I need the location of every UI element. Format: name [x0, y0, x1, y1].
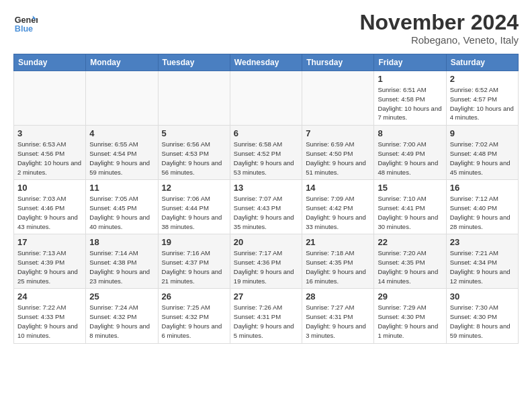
day-info: Sunrise: 7:14 AM Sunset: 4:38 PM Dayligh…: [89, 248, 154, 285]
day-number: 22: [378, 237, 442, 247]
page: General Blue November 2024 Robegano, Ven…: [0, 0, 532, 351]
logo: General Blue: [13, 11, 38, 35]
calendar-cell: 26Sunrise: 7:25 AM Sunset: 4:32 PM Dayli…: [158, 289, 230, 343]
day-info: Sunrise: 7:00 AM Sunset: 4:49 PM Dayligh…: [378, 140, 442, 177]
calendar-cell: 12Sunrise: 7:06 AM Sunset: 4:44 PM Dayli…: [158, 180, 230, 234]
header: General Blue November 2024 Robegano, Ven…: [13, 11, 519, 46]
header-row: Sunday Monday Tuesday Wednesday Thursday…: [14, 54, 519, 71]
day-number: 15: [378, 183, 442, 193]
calendar-cell: 29Sunrise: 7:29 AM Sunset: 4:30 PM Dayli…: [374, 289, 446, 343]
day-info: Sunrise: 7:07 AM Sunset: 4:43 PM Dayligh…: [234, 194, 298, 231]
col-tuesday: Tuesday: [158, 54, 230, 71]
day-info: Sunrise: 7:09 AM Sunset: 4:42 PM Dayligh…: [306, 194, 370, 231]
day-info: Sunrise: 7:30 AM Sunset: 4:30 PM Dayligh…: [450, 303, 515, 340]
calendar-cell: [86, 71, 158, 126]
day-info: Sunrise: 6:51 AM Sunset: 4:58 PM Dayligh…: [378, 85, 442, 122]
calendar-cell: 30Sunrise: 7:30 AM Sunset: 4:30 PM Dayli…: [446, 289, 518, 343]
calendar-cell: 15Sunrise: 7:10 AM Sunset: 4:41 PM Dayli…: [374, 180, 446, 234]
calendar-cell: [14, 71, 86, 126]
day-info: Sunrise: 7:18 AM Sunset: 4:35 PM Dayligh…: [306, 248, 370, 285]
calendar-cell: 4Sunrise: 6:55 AM Sunset: 4:54 PM Daylig…: [86, 126, 158, 180]
day-number: 28: [306, 291, 370, 302]
col-monday: Monday: [86, 54, 158, 71]
day-info: Sunrise: 7:21 AM Sunset: 4:34 PM Dayligh…: [450, 248, 515, 285]
day-number: 21: [306, 237, 370, 247]
day-number: 9: [450, 128, 515, 138]
day-number: 24: [17, 291, 82, 302]
day-info: Sunrise: 7:26 AM Sunset: 4:31 PM Dayligh…: [234, 303, 298, 340]
day-number: 23: [450, 237, 515, 247]
calendar-cell: 21Sunrise: 7:18 AM Sunset: 4:35 PM Dayli…: [302, 234, 374, 289]
day-number: 8: [378, 128, 442, 138]
day-number: 19: [162, 237, 226, 247]
day-number: 12: [162, 183, 226, 193]
day-info: Sunrise: 7:29 AM Sunset: 4:30 PM Dayligh…: [378, 303, 442, 340]
day-info: Sunrise: 7:13 AM Sunset: 4:39 PM Dayligh…: [17, 248, 82, 285]
day-info: Sunrise: 7:17 AM Sunset: 4:36 PM Dayligh…: [234, 248, 298, 285]
calendar-cell: 18Sunrise: 7:14 AM Sunset: 4:38 PM Dayli…: [86, 234, 158, 289]
day-info: Sunrise: 7:25 AM Sunset: 4:32 PM Dayligh…: [162, 303, 226, 340]
day-number: 30: [450, 291, 515, 302]
day-number: 26: [162, 291, 226, 302]
calendar-cell: 5Sunrise: 6:56 AM Sunset: 4:53 PM Daylig…: [158, 126, 230, 180]
day-info: Sunrise: 7:20 AM Sunset: 4:35 PM Dayligh…: [378, 248, 442, 285]
col-saturday: Saturday: [446, 54, 518, 71]
day-number: 5: [162, 128, 226, 138]
col-friday: Friday: [374, 54, 446, 71]
logo-icon: General Blue: [13, 11, 38, 35]
calendar-header: Sunday Monday Tuesday Wednesday Thursday…: [14, 54, 519, 71]
calendar-cell: 2Sunrise: 6:52 AM Sunset: 4:57 PM Daylig…: [446, 71, 518, 126]
calendar-cell: [230, 71, 302, 126]
calendar-cell: 14Sunrise: 7:09 AM Sunset: 4:42 PM Dayli…: [302, 180, 374, 234]
day-info: Sunrise: 7:27 AM Sunset: 4:31 PM Dayligh…: [306, 303, 370, 340]
col-thursday: Thursday: [302, 54, 374, 71]
day-info: Sunrise: 7:22 AM Sunset: 4:33 PM Dayligh…: [17, 303, 82, 340]
day-info: Sunrise: 7:16 AM Sunset: 4:37 PM Dayligh…: [162, 248, 226, 285]
calendar-body: 1Sunrise: 6:51 AM Sunset: 4:58 PM Daylig…: [14, 71, 519, 343]
calendar-week-5: 24Sunrise: 7:22 AM Sunset: 4:33 PM Dayli…: [14, 289, 519, 343]
day-number: 20: [234, 237, 298, 247]
day-info: Sunrise: 6:59 AM Sunset: 4:50 PM Dayligh…: [306, 140, 370, 177]
calendar-cell: 20Sunrise: 7:17 AM Sunset: 4:36 PM Dayli…: [230, 234, 302, 289]
calendar-cell: 8Sunrise: 7:00 AM Sunset: 4:49 PM Daylig…: [374, 126, 446, 180]
calendar-cell: 27Sunrise: 7:26 AM Sunset: 4:31 PM Dayli…: [230, 289, 302, 343]
calendar-cell: 25Sunrise: 7:24 AM Sunset: 4:32 PM Dayli…: [86, 289, 158, 343]
day-number: 25: [89, 291, 154, 302]
day-info: Sunrise: 7:10 AM Sunset: 4:41 PM Dayligh…: [378, 194, 442, 231]
col-wednesday: Wednesday: [230, 54, 302, 71]
day-info: Sunrise: 7:05 AM Sunset: 4:45 PM Dayligh…: [89, 194, 154, 231]
calendar-week-2: 3Sunrise: 6:53 AM Sunset: 4:56 PM Daylig…: [14, 126, 519, 180]
day-number: 27: [234, 291, 298, 302]
title-area: November 2024 Robegano, Veneto, Italy: [359, 11, 519, 46]
month-title: November 2024: [359, 11, 519, 34]
day-number: 17: [17, 237, 82, 247]
calendar-cell: [302, 71, 374, 126]
day-info: Sunrise: 7:24 AM Sunset: 4:32 PM Dayligh…: [89, 303, 154, 340]
day-number: 4: [89, 128, 154, 138]
day-info: Sunrise: 6:55 AM Sunset: 4:54 PM Dayligh…: [89, 140, 154, 177]
day-info: Sunrise: 7:03 AM Sunset: 4:46 PM Dayligh…: [17, 194, 82, 231]
day-info: Sunrise: 6:53 AM Sunset: 4:56 PM Dayligh…: [17, 140, 82, 177]
calendar-cell: 13Sunrise: 7:07 AM Sunset: 4:43 PM Dayli…: [230, 180, 302, 234]
day-number: 10: [17, 183, 82, 193]
calendar-cell: 9Sunrise: 7:02 AM Sunset: 4:48 PM Daylig…: [446, 126, 518, 180]
calendar-cell: 19Sunrise: 7:16 AM Sunset: 4:37 PM Dayli…: [158, 234, 230, 289]
calendar-cell: 22Sunrise: 7:20 AM Sunset: 4:35 PM Dayli…: [374, 234, 446, 289]
calendar-cell: 17Sunrise: 7:13 AM Sunset: 4:39 PM Dayli…: [14, 234, 86, 289]
day-number: 1: [378, 74, 442, 84]
calendar-week-4: 17Sunrise: 7:13 AM Sunset: 4:39 PM Dayli…: [14, 234, 519, 289]
calendar-cell: 24Sunrise: 7:22 AM Sunset: 4:33 PM Dayli…: [14, 289, 86, 343]
day-number: 16: [450, 183, 515, 193]
day-info: Sunrise: 6:52 AM Sunset: 4:57 PM Dayligh…: [450, 85, 515, 122]
day-number: 29: [378, 291, 442, 302]
calendar-cell: 16Sunrise: 7:12 AM Sunset: 4:40 PM Dayli…: [446, 180, 518, 234]
day-info: Sunrise: 6:58 AM Sunset: 4:52 PM Dayligh…: [234, 140, 298, 177]
calendar-cell: 23Sunrise: 7:21 AM Sunset: 4:34 PM Dayli…: [446, 234, 518, 289]
calendar-table: Sunday Monday Tuesday Wednesday Thursday…: [13, 54, 519, 343]
day-number: 7: [306, 128, 370, 138]
calendar-cell: 10Sunrise: 7:03 AM Sunset: 4:46 PM Dayli…: [14, 180, 86, 234]
calendar-cell: 1Sunrise: 6:51 AM Sunset: 4:58 PM Daylig…: [374, 71, 446, 126]
calendar-cell: 3Sunrise: 6:53 AM Sunset: 4:56 PM Daylig…: [14, 126, 86, 180]
day-number: 13: [234, 183, 298, 193]
day-number: 18: [89, 237, 154, 247]
